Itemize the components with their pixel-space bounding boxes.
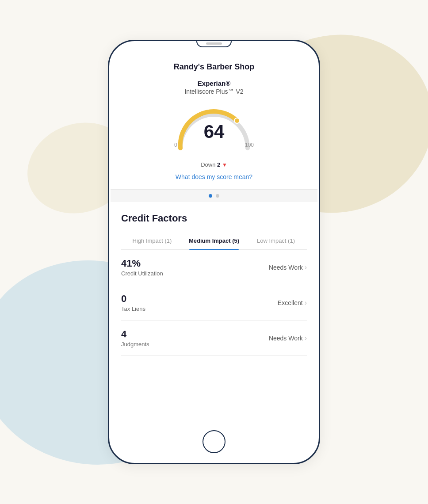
phone-notch xyxy=(196,41,232,47)
factor-value-credit-utilization: 41% xyxy=(121,258,163,269)
gauge-min: 0 xyxy=(174,142,177,148)
score-meaning-link[interactable]: What does my score mean? xyxy=(123,173,305,180)
factor-status-judgments: Needs Work › xyxy=(269,334,307,342)
score-model: Intelliscore Plus℠ V2 xyxy=(123,88,305,95)
factor-item-judgments[interactable]: 4 Judgments Needs Work › xyxy=(121,321,307,356)
phone-screen: Randy's Barber Shop Experian® Intellisco… xyxy=(111,49,317,424)
factor-item-credit-utilization[interactable]: 41% Credit Utilization Needs Work › xyxy=(121,250,307,285)
phone-volume-up-button xyxy=(108,134,109,158)
score-provider: Experian® xyxy=(123,80,305,87)
gauge-value: 64 xyxy=(204,122,225,141)
chevron-right-icon: › xyxy=(305,299,307,307)
tab-low-impact[interactable]: Low Impact (1) xyxy=(245,233,307,249)
down-arrow-icon: ▼ xyxy=(222,162,227,168)
business-name: Randy's Barber Shop xyxy=(123,62,305,72)
impact-tabs: High Impact (1) Medium Impact (5) Low Im… xyxy=(121,233,307,250)
gauge-max: 100 xyxy=(245,142,254,148)
chevron-right-icon: › xyxy=(305,334,307,342)
score-change-value: 2 xyxy=(217,161,220,168)
chevron-right-icon: › xyxy=(305,263,307,271)
tab-medium-impact[interactable]: Medium Impact (5) xyxy=(183,233,245,249)
score-gauge: 0 100 64 xyxy=(170,104,258,157)
phone-speaker xyxy=(206,42,222,45)
phone-shell: Randy's Barber Shop Experian® Intellisco… xyxy=(108,40,320,464)
factor-item-tax-liens[interactable]: 0 Tax Liens Excellent › xyxy=(121,285,307,321)
factor-status-credit-utilization: Needs Work › xyxy=(269,263,307,271)
factor-label-judgments: Judgments xyxy=(121,341,149,347)
score-change: Down 2 ▼ xyxy=(123,161,305,168)
factor-value-judgments: 4 xyxy=(121,328,149,340)
factor-label-tax-liens: Tax Liens xyxy=(121,305,145,312)
gauge-labels: 0 100 xyxy=(170,142,258,148)
phone-device: Randy's Barber Shop Experian® Intellisco… xyxy=(108,40,320,464)
pagination-dot-2[interactable] xyxy=(216,194,219,198)
phone-volume-down-button xyxy=(108,165,109,189)
phone-home-button[interactable] xyxy=(203,430,225,453)
phone-power-button xyxy=(319,121,320,143)
pagination-dots xyxy=(111,190,317,202)
tab-high-impact[interactable]: High Impact (1) xyxy=(121,233,183,249)
factor-status-tax-liens: Excellent › xyxy=(278,299,307,307)
credit-factors-section: Credit Factors High Impact (1) Medium Im… xyxy=(111,202,317,356)
factor-label-credit-utilization: Credit Utilization xyxy=(121,270,163,277)
svg-point-3 xyxy=(234,118,240,123)
factor-value-tax-liens: 0 xyxy=(121,293,145,305)
score-card: Randy's Barber Shop Experian® Intellisco… xyxy=(111,49,317,189)
credit-factors-title: Credit Factors xyxy=(121,213,307,224)
phone-mute-button xyxy=(108,112,109,127)
score-change-label: Down xyxy=(201,161,215,168)
pagination-dot-1[interactable] xyxy=(209,194,212,198)
